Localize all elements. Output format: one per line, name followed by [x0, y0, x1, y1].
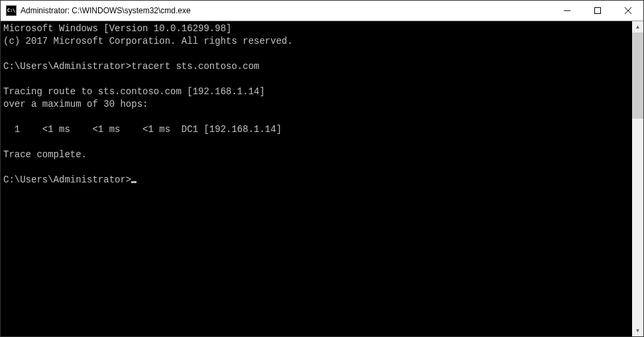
scroll-track[interactable] — [632, 33, 643, 325]
window-title: Administrator: C:\WINDOWS\system32\cmd.e… — [21, 6, 552, 15]
terminal-output[interactable]: Microsoft Windows [Version 10.0.16299.98… — [1, 21, 632, 336]
cursor — [131, 181, 136, 183]
scroll-down-arrow[interactable]: ▼ — [632, 325, 643, 336]
line: Microsoft Windows [Version 10.0.16299.98… — [3, 23, 231, 34]
close-button[interactable] — [613, 1, 643, 21]
minimize-button[interactable] — [552, 1, 582, 21]
line: over a maximum of 30 hops: — [3, 99, 148, 109]
minimize-icon — [564, 7, 570, 14]
maximize-button[interactable] — [582, 1, 613, 21]
maximize-icon — [594, 7, 601, 14]
svg-rect-1 — [595, 8, 601, 14]
close-icon — [625, 7, 631, 14]
vertical-scrollbar[interactable]: ▲ ▼ — [632, 21, 643, 336]
line: (c) 2017 Microsoft Corporation. All righ… — [3, 36, 293, 46]
prompt-line: C:\Users\Administrator> — [3, 174, 131, 185]
line: Tracing route to sts.contoso.com [192.16… — [3, 86, 265, 97]
line: Trace complete. — [3, 149, 87, 160]
scroll-thumb[interactable] — [632, 33, 643, 119]
window-titlebar: C:\ Administrator: C:\WINDOWS\system32\c… — [1, 1, 643, 21]
line: C:\Users\Administrator>tracert sts.conto… — [3, 61, 259, 72]
window-controls — [552, 1, 643, 21]
line: 1 <1 ms <1 ms <1 ms DC1 [192.168.1.14] — [3, 124, 282, 135]
cmd-icon: C:\ — [6, 5, 17, 16]
scroll-up-arrow[interactable]: ▲ — [632, 21, 643, 33]
terminal-area: Microsoft Windows [Version 10.0.16299.98… — [1, 21, 643, 336]
